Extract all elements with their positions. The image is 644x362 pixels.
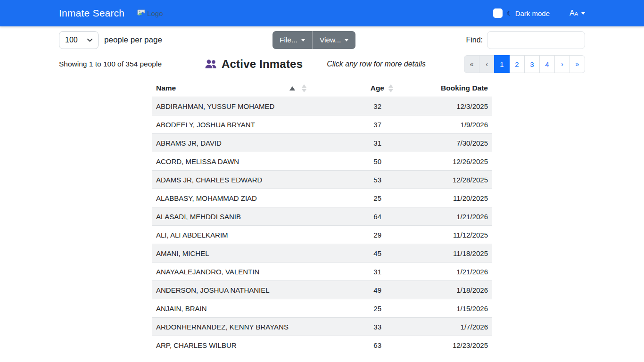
broken-image-icon	[137, 9, 146, 17]
chevron-down-icon	[87, 39, 92, 42]
pagination: « ‹ 1234› »	[464, 55, 585, 73]
inmate-name: ANDERSON, JOSHUA NATHANIEL	[152, 281, 313, 299]
summary-row: Showing 1 to 100 of 354 people Active In…	[59, 55, 585, 73]
booking-date-column-label: Booking Date	[441, 84, 488, 92]
find-input[interactable]	[487, 31, 585, 49]
inmate-name: ABODEELY, JOSHUA BRYANT	[152, 115, 313, 134]
table-row[interactable]: ALABBASY, MOHAMMAD ZIAD 25 11/20/2025	[152, 189, 492, 207]
moon-icon: ☾	[507, 10, 512, 16]
table-row[interactable]: AMANI, MICHEL 45 11/18/2025	[152, 244, 492, 263]
chevron-down-icon	[345, 39, 348, 41]
table-row[interactable]: ABRAMS JR, DAVID 31 7/30/2025	[152, 134, 492, 152]
table-row[interactable]: ANAYAALEJANDRO, VALENTIN 31 1/21/2026	[152, 263, 492, 281]
pagination-next[interactable]: ›	[554, 55, 570, 73]
pagination-page-3[interactable]: 3	[524, 55, 540, 73]
file-menu-button[interactable]: File...	[272, 31, 312, 49]
main-content: 100 people per page File... View... Find…	[53, 31, 591, 354]
dark-mode-label: Dark mode	[515, 9, 550, 17]
inmate-name: AMANI, MICHEL	[152, 244, 313, 263]
dark-mode-checkbox[interactable]	[493, 8, 503, 18]
inmate-booking-date: 1/15/2026	[397, 299, 492, 318]
inmate-name: ARDONHERNANDEZ, KENNY BRAYANS	[152, 318, 313, 336]
table-row[interactable]: ARP, CHARLES WILBUR 63 12/23/2025	[152, 336, 492, 354]
inmate-age: 32	[313, 97, 397, 115]
view-menu-button[interactable]: View...	[312, 31, 355, 49]
inmate-name: ARP, CHARLES WILBUR	[152, 336, 313, 354]
inmate-name: ACORD, MELISSA DAWN	[152, 152, 313, 171]
pagination-page-1[interactable]: 1	[494, 55, 510, 73]
inmate-name: ALABBASY, MOHAMMAD ZIAD	[152, 189, 313, 207]
pagination-first[interactable]: «	[464, 55, 479, 73]
table-row[interactable]: ALASADI, MEHDDI SANIB 64 1/21/2026	[152, 207, 492, 226]
inmate-name: ALASADI, MEHDDI SANIB	[152, 207, 313, 226]
view-menu-label: View...	[320, 36, 341, 44]
inmate-booking-date: 11/20/2025	[397, 189, 492, 207]
inmate-booking-date: 11/12/2025	[397, 226, 492, 244]
people-icon	[205, 59, 217, 69]
controls-row: 100 people per page File... View... Find…	[59, 31, 585, 49]
table-row[interactable]: ADAMS JR, CHARLES EDWARD 53 12/28/2025	[152, 171, 492, 189]
inmate-name: ABDIRAHMAN, YUSSUF MOHAMED	[152, 97, 313, 115]
inmate-name: ADAMS JR, CHARLES EDWARD	[152, 171, 313, 189]
font-size-label: Aa	[570, 9, 578, 17]
table-row[interactable]: ANJAIN, BRAIN 25 1/15/2026	[152, 299, 492, 318]
inmate-booking-date: 1/7/2026	[397, 318, 492, 336]
pagination-page-4[interactable]: 4	[539, 55, 555, 73]
inmate-name: ALI, ALI ABDELKARIM	[152, 226, 313, 244]
inmate-booking-date: 1/21/2026	[397, 207, 492, 226]
column-header-age[interactable]: Age	[313, 80, 397, 97]
inmate-name: ANAYAALEJANDRO, VALENTIN	[152, 263, 313, 281]
sort-ascending-icon[interactable]	[289, 86, 295, 90]
file-menu-label: File...	[280, 36, 297, 44]
sort-unsorted-icon[interactable]	[388, 84, 394, 92]
inmate-booking-date: 11/18/2025	[397, 244, 492, 263]
table-row[interactable]: ALI, ALI ABDELKARIM 29 11/12/2025	[152, 226, 492, 244]
inmate-age: 50	[313, 152, 397, 171]
table-row[interactable]: ABDIRAHMAN, YUSSUF MOHAMED 32 12/3/2025	[152, 97, 492, 115]
inmate-booking-date: 12/26/2025	[397, 152, 492, 171]
inmate-age: 29	[313, 226, 397, 244]
per-page-select[interactable]: 100	[59, 31, 99, 49]
table-row[interactable]: ANDERSON, JOSHUA NATHANIEL 49 1/18/2026	[152, 281, 492, 299]
inmate-booking-date: 12/23/2025	[397, 336, 492, 354]
sort-unsorted-icon[interactable]	[301, 84, 307, 92]
logo[interactable]: Logo	[137, 9, 163, 17]
inmate-age: 25	[313, 189, 397, 207]
logo-alt-text: Logo	[147, 9, 163, 17]
pagination-page-2[interactable]: 2	[509, 55, 525, 73]
table-row[interactable]: ABODEELY, JOSHUA BRYANT 37 1/9/2026	[152, 115, 492, 134]
name-column-label: Name	[156, 84, 176, 92]
table-row[interactable]: ARDONHERNANDEZ, KENNY BRAYANS 33 1/7/202…	[152, 318, 492, 336]
inmate-name: ANJAIN, BRAIN	[152, 299, 313, 318]
row-click-hint: Click any row for more details	[327, 60, 426, 68]
inmate-age: 31	[313, 263, 397, 281]
inmate-booking-date: 7/30/2025	[397, 134, 492, 152]
inmate-age: 53	[313, 171, 397, 189]
inmate-booking-date: 1/21/2026	[397, 263, 492, 281]
age-column-label: Age	[371, 84, 384, 92]
table-row[interactable]: ACORD, MELISSA DAWN 50 12/26/2025	[152, 152, 492, 171]
inmate-age: 31	[313, 134, 397, 152]
menu-button-group: File... View...	[272, 31, 355, 49]
column-header-name[interactable]: Name	[152, 80, 313, 97]
inmate-name: ABRAMS JR, DAVID	[152, 134, 313, 152]
inmate-age: 37	[313, 115, 397, 134]
table-header-row: Name Age	[152, 80, 492, 97]
pagination-last[interactable]: »	[570, 55, 585, 73]
page-title: Active Inmates	[222, 58, 303, 71]
inmate-age: 45	[313, 244, 397, 263]
app-title[interactable]: Inmate Search	[59, 8, 124, 19]
column-header-booking-date[interactable]: Booking Date	[397, 80, 492, 97]
pagination-prev[interactable]: ‹	[479, 55, 495, 73]
font-size-dropdown[interactable]: Aa	[570, 9, 585, 17]
inmate-booking-date: 1/9/2026	[397, 115, 492, 134]
inmate-age: 49	[313, 281, 397, 299]
table-body: ABDIRAHMAN, YUSSUF MOHAMED 32 12/3/2025 …	[152, 97, 492, 354]
navbar: Inmate Search Logo ☾ Dark mode Aa	[0, 0, 644, 26]
per-page-value: 100	[65, 36, 78, 44]
inmate-booking-date: 12/28/2025	[397, 171, 492, 189]
showing-count: Showing 1 to 100 of 354 people	[59, 60, 162, 68]
chevron-down-icon	[301, 39, 305, 41]
inmate-booking-date: 1/18/2026	[397, 281, 492, 299]
inmate-age: 64	[313, 207, 397, 226]
